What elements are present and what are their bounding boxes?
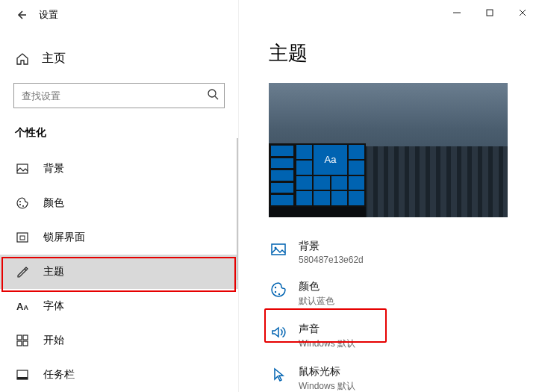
option-title: 鼠标光标 — [299, 365, 355, 379]
sidebar: 设置 主页 个性化 背景 颜色 锁屏界面 主题 AA — [0, 0, 239, 392]
minimize-button[interactable] — [440, 0, 473, 25]
main-content: 主题 Aa 背景 580487e13e62d 颜色 默认蓝色 — [239, 0, 539, 392]
palette-icon — [15, 196, 30, 211]
option-cursor[interactable]: 鼠标光标 Windows 默认 — [269, 358, 539, 392]
sidebar-item-label: 背景 — [43, 162, 64, 175]
sidebar-item-themes[interactable]: 主题 — [0, 255, 238, 289]
search-icon — [207, 88, 219, 103]
preview-sidecol — [271, 146, 293, 205]
picture-icon — [15, 161, 30, 176]
close-button[interactable] — [506, 0, 539, 25]
maximize-icon — [485, 8, 494, 17]
close-icon — [518, 8, 527, 17]
maximize-button[interactable] — [473, 0, 506, 25]
svg-rect-13 — [487, 10, 493, 16]
sidebar-item-label: 开始 — [43, 334, 64, 347]
taskbar-icon — [15, 367, 30, 382]
sidebar-item-colors[interactable]: 颜色 — [0, 186, 238, 220]
svg-point-4 — [22, 205, 24, 207]
option-subtitle: 默认蓝色 — [299, 295, 334, 308]
sidebar-item-start[interactable]: 开始 — [0, 323, 238, 358]
svg-rect-8 — [23, 335, 28, 340]
font-icon: AA — [15, 299, 30, 314]
option-title: 背景 — [299, 240, 364, 253]
svg-point-16 — [275, 287, 276, 288]
theme-options: 背景 580487e13e62d 颜色 默认蓝色 声音 Windows 默认 鼠… — [269, 232, 539, 392]
svg-point-17 — [275, 291, 276, 293]
sidebar-item-lockscreen[interactable]: 锁屏界面 — [0, 220, 238, 255]
window-controls — [440, 0, 539, 25]
sidebar-item-fonts[interactable]: AA 字体 — [0, 289, 238, 323]
minimize-icon — [452, 8, 461, 17]
sidebar-item-taskbar[interactable]: 任务栏 — [0, 358, 238, 392]
option-subtitle: Windows 默认 — [299, 337, 355, 350]
palette-icon — [269, 280, 288, 299]
arrow-left-icon — [15, 9, 27, 21]
cursor-icon — [269, 365, 288, 385]
home-link[interactable]: 主页 — [0, 43, 238, 74]
lockscreen-icon — [15, 230, 30, 245]
svg-rect-1 — [17, 164, 28, 173]
preview-tile-aa: Aa — [314, 145, 347, 175]
back-button[interactable] — [9, 3, 33, 27]
option-subtitle: Windows 默认 — [299, 380, 355, 392]
home-label: 主页 — [42, 51, 66, 66]
svg-point-3 — [19, 204, 21, 205]
svg-rect-7 — [17, 335, 22, 340]
svg-rect-9 — [17, 341, 22, 346]
option-title: 颜色 — [299, 280, 334, 293]
sidebar-item-label: 主题 — [43, 265, 64, 279]
search-box — [13, 83, 225, 108]
svg-rect-12 — [17, 377, 28, 379]
picture-icon — [269, 240, 288, 259]
theme-preview[interactable]: Aa — [269, 83, 508, 217]
app-title: 设置 — [39, 8, 58, 22]
sidebar-item-label: 字体 — [43, 299, 64, 313]
svg-rect-14 — [272, 244, 285, 255]
search-input[interactable] — [13, 83, 225, 108]
preview-taskbar — [269, 207, 366, 217]
home-icon — [15, 52, 30, 66]
sidebar-item-background[interactable]: 背景 — [0, 152, 238, 186]
svg-point-0 — [208, 90, 216, 97]
option-background[interactable]: 背景 580487e13e62d — [269, 232, 539, 273]
sidebar-item-label: 颜色 — [43, 196, 64, 210]
start-icon — [15, 333, 30, 348]
sidebar-item-label: 锁屏界面 — [43, 231, 85, 244]
option-subtitle: 580487e13e62d — [299, 255, 364, 265]
theme-icon — [15, 264, 30, 279]
nav-list: 背景 颜色 锁屏界面 主题 AA 字体 开始 任务栏 — [0, 152, 238, 392]
svg-point-18 — [278, 293, 280, 295]
svg-rect-10 — [23, 341, 28, 346]
option-title: 声音 — [299, 323, 355, 336]
sound-icon — [269, 323, 288, 342]
sidebar-item-label: 任务栏 — [43, 368, 75, 382]
preview-tiles: Aa — [295, 143, 366, 207]
svg-rect-5 — [17, 233, 28, 242]
option-color[interactable]: 颜色 默认蓝色 — [269, 273, 539, 315]
option-sounds[interactable]: 声音 Windows 默认 — [269, 315, 539, 358]
svg-rect-6 — [20, 236, 25, 240]
scrollbar[interactable] — [237, 138, 238, 280]
page-title: 主题 — [269, 40, 539, 66]
category-title: 个性化 — [0, 122, 238, 152]
titlebar: 设置 — [0, 0, 238, 30]
svg-point-2 — [19, 201, 21, 202]
